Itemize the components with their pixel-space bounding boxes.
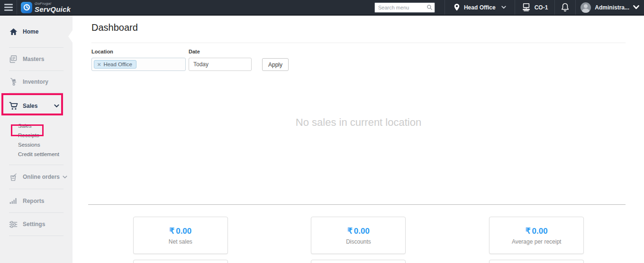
partial-card	[311, 260, 406, 263]
location-selector[interactable]: Head Office	[444, 0, 515, 15]
summary-divider	[88, 204, 626, 205]
notifications-button[interactable]	[554, 0, 575, 15]
terminal-selector[interactable]: CO-1	[515, 0, 555, 15]
active-item-notch	[68, 30, 73, 43]
user-avatar	[581, 2, 591, 13]
summary-cards-row: ₹0.00 Net sales ₹0.00 Discounts ₹0.00 Av…	[91, 217, 626, 254]
sidebar-item-label: Reports	[23, 198, 44, 204]
tag-remove-icon[interactable]: ✕	[97, 62, 101, 67]
app-logo: GoFrugal ServQuick	[17, 0, 73, 15]
average-per-receipt-card: ₹0.00 Average per receipt	[489, 217, 584, 254]
topbar-spacer	[73, 0, 374, 15]
brand-name-bottom: ServQuick	[35, 6, 71, 13]
sidebar-item-settings[interactable]: Settings	[0, 213, 73, 236]
average-per-receipt-value: ₹0.00	[526, 226, 548, 236]
sales-submenu: Sales Receipts Sessions Credit settlemen…	[0, 119, 73, 165]
filter-bar: Location ✕ Head Office Date Apply	[91, 49, 289, 71]
location-tag-label: Head Office	[103, 61, 132, 67]
sidebar-item-label: Settings	[23, 221, 45, 228]
sidebar-divider	[9, 236, 63, 236]
sidebar-item-reports[interactable]: Reports	[0, 189, 73, 212]
rupee-icon: ₹	[526, 227, 531, 236]
net-sales-card: ₹0.00 Net sales	[133, 217, 228, 254]
terminal-name: CO-1	[535, 4, 548, 11]
cart-icon	[9, 102, 18, 110]
sidebar-item-masters[interactable]: Masters	[0, 48, 73, 70]
handtruck-icon	[9, 78, 18, 86]
top-bar: GoFrugal ServQuick Head Office CO-1 Admi…	[0, 0, 644, 16]
location-tag: ✕ Head Office	[94, 60, 136, 69]
pos-terminal-icon	[522, 3, 531, 11]
submenu-item-credit-settlement[interactable]: Credit settlement	[0, 149, 73, 159]
sidebar-nav: Home Masters Inventory Sales Sales Recei…	[0, 16, 73, 263]
bell-icon	[561, 3, 569, 12]
net-sales-value: ₹0.00	[169, 226, 191, 236]
date-filter-label: Date	[189, 49, 252, 54]
date-filter: Date	[189, 49, 252, 71]
discounts-value: ₹0.00	[347, 226, 370, 236]
submenu-item-receipts[interactable]: Receipts	[0, 131, 73, 140]
submenu-item-sessions[interactable]: Sessions	[0, 140, 73, 149]
sidebar-item-home[interactable]: Home	[0, 16, 73, 47]
location-multiselect-input[interactable]: ✕ Head Office	[91, 58, 186, 71]
empty-state-message: No sales in current location	[91, 116, 626, 129]
main-content: Dashboard Location ✕ Head Office Date Ap…	[73, 16, 644, 263]
average-per-receipt-label: Average per receipt	[512, 238, 562, 245]
online-orders-chevron-down-icon	[63, 175, 67, 179]
sidebar-item-label: Online orders	[23, 174, 60, 180]
food-bag-icon	[9, 173, 18, 181]
user-menu[interactable]: Administra...	[575, 0, 644, 15]
sales-chevron-down-icon	[54, 104, 59, 108]
apply-button[interactable]: Apply	[262, 58, 289, 71]
sidebar-item-label: Sales	[23, 103, 37, 109]
net-sales-label: Net sales	[169, 238, 192, 245]
discounts-label: Discounts	[346, 238, 371, 245]
user-name: Administra...	[595, 4, 629, 11]
rupee-icon: ₹	[169, 227, 174, 236]
sidebar-item-label: Masters	[23, 56, 44, 62]
rupee-icon: ₹	[347, 227, 353, 236]
location-chevron-down-icon	[501, 6, 506, 9]
documents-icon	[9, 55, 18, 63]
partial-card	[133, 260, 228, 263]
sidebar-item-label: Home	[23, 28, 38, 35]
location-filter-label: Location	[91, 49, 186, 54]
submenu-item-sales[interactable]: Sales	[0, 121, 73, 131]
partial-card	[489, 260, 584, 263]
search-icon[interactable]	[426, 4, 433, 10]
page-title: Dashboard	[91, 22, 138, 33]
date-input[interactable]	[189, 58, 252, 71]
discounts-card: ₹0.00 Discounts	[311, 217, 406, 254]
bar-chart-icon	[9, 197, 18, 204]
location-pin-icon	[454, 3, 460, 11]
sidebar-item-label: Inventory	[23, 79, 48, 85]
summary-cards-row-2	[91, 260, 626, 263]
sliders-icon	[9, 221, 18, 228]
menu-search	[374, 2, 435, 13]
hamburger-icon	[4, 4, 13, 11]
title-divider	[91, 43, 626, 43]
clock-logo-icon	[21, 2, 32, 13]
user-chevron-down-icon	[633, 5, 639, 9]
location-filter: Location ✕ Head Office	[91, 49, 186, 71]
search-input[interactable]	[374, 2, 435, 13]
menu-toggle-button[interactable]	[0, 0, 17, 15]
brand-text: GoFrugal ServQuick	[35, 2, 71, 13]
sidebar-item-online-orders[interactable]: Online orders	[0, 165, 73, 189]
location-name: Head Office	[464, 4, 496, 11]
sidebar-item-inventory[interactable]: Inventory	[0, 71, 73, 92]
home-icon	[9, 28, 18, 35]
sidebar-item-sales[interactable]: Sales	[0, 93, 73, 119]
